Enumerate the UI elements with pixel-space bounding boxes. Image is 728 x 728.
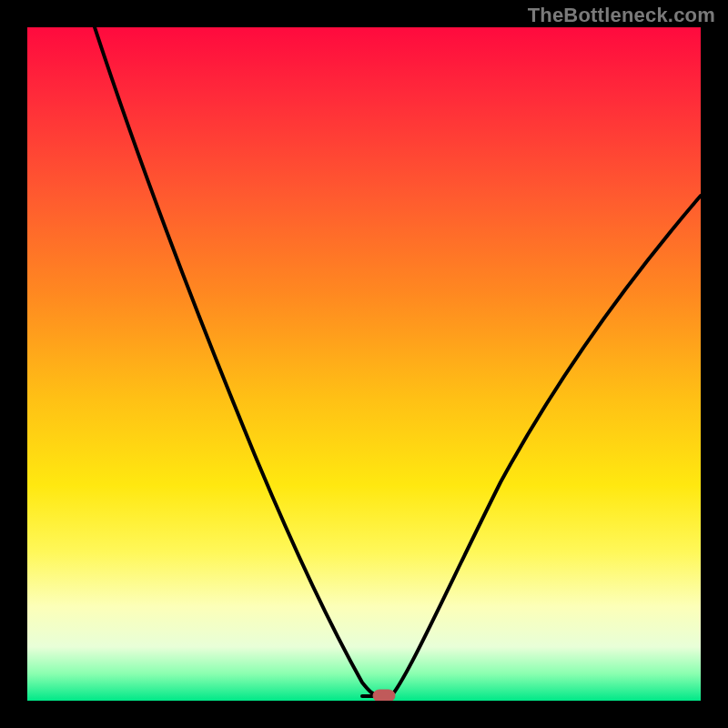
watermark-text: TheBottleneck.com: [528, 4, 715, 27]
left-branch-curve: [95, 27, 380, 696]
plot-area: [27, 27, 701, 701]
minimum-marker: [373, 690, 395, 701]
curve-layer: [27, 27, 701, 701]
chart-frame: TheBottleneck.com: [0, 0, 728, 728]
right-branch-curve: [391, 196, 701, 696]
